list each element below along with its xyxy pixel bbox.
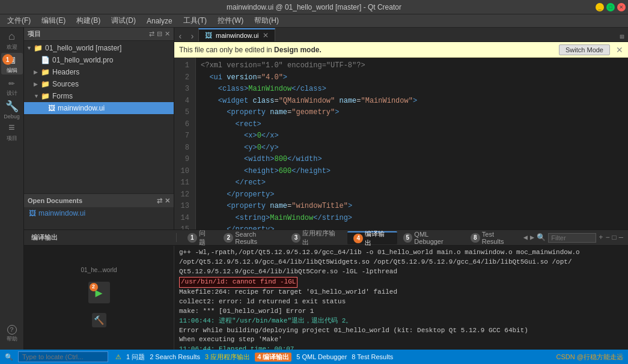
open-doc-icon: 🖼 [29,209,36,217]
open-docs-tree: 🖼 mainwindow.ui [24,207,174,229]
output-line-7: make: *** [01_hello_world] Error 1 [179,307,623,317]
code-line-3: <class>MainWindow</class> [201,83,623,96]
menu-edit[interactable]: 编辑(E) [37,14,70,27]
output-add-icon[interactable]: + [599,234,603,242]
tab-nav-right[interactable]: › [186,32,198,41]
sidebar-item-edit[interactable]: 1 ▣ 编辑 [1,53,23,74]
code-line-7: <x>0</x> [201,130,623,142]
output-line-8: 11:06:44: 进程"/usr/bin/make"退出，退出代码 2。 [179,317,623,326]
open-doc-mainwindow[interactable]: 🖼 mainwindow.ui [24,207,174,219]
output-remove-icon[interactable]: − [605,234,609,242]
menu-debug[interactable]: 调试(D) [106,14,141,27]
menu-controls[interactable]: 控件(W) [213,14,248,27]
code-editor[interactable]: 12345 678910 1112131415 <?xml version="1… [174,58,628,229]
switch-mode-button[interactable]: Switch Mode [559,44,610,55]
menu-file[interactable]: 文件(F) [2,14,35,27]
info-bar-bold: Design mode. [274,46,322,54]
panel-sync-icon[interactable]: ⇄ [149,30,154,38]
output-prev-icon[interactable]: ◀ [523,233,528,242]
panel-close-icon[interactable]: ✕ [165,30,170,38]
sidebar-item-debug[interactable]: 🔧 Debug [1,99,23,120]
tab-close-button[interactable]: ✕ [263,31,269,40]
line-numbers: 12345 678910 1112131415 [174,58,196,229]
menu-help[interactable]: 帮助(H) [249,14,284,27]
maximize-button[interactable]: □ [606,3,615,11]
bottom-tab-tests[interactable]: 8 Test Results [465,231,523,244]
bottom-tab-compile[interactable]: 4 编译输出 [347,231,397,244]
bottom-tab-app-output[interactable]: 3 应用程序输出 [285,231,348,244]
sidebar-item-help[interactable]: ? 帮助 [1,323,23,345]
menu-build[interactable]: 构建(B) [72,14,105,27]
tree-label-2: Headers [52,68,79,76]
run-button[interactable]: ▶ 2 [88,282,110,303]
tree-item-headers[interactable]: ▶ 📁 Headers [24,66,174,78]
info-bar: This file can only be edited in Design m… [174,42,628,58]
editor-tab-mainwindow[interactable]: 🖼 mainwindow.ui ✕ [198,28,275,41]
tab-nav-left[interactable]: ‹ [174,32,186,41]
filter-input[interactable] [548,233,596,243]
output-line-5: Makefile:264: recipe for target '01_hell… [179,288,623,297]
output-search-icon[interactable]: 🔍 [537,233,546,242]
tree-arrow-3: ▶ [34,81,41,87]
project-panel-icons: ⇄ ⊟ ✕ [149,30,170,38]
edit-badge: 1 [2,54,13,65]
tree-arrow-4: ▼ [34,93,41,99]
code-content[interactable]: <?xml version="1.0" encoding="UTF-8"?> <… [196,58,628,229]
tree-item-mainwindow-ui[interactable]: 🖼 mainwindow.ui [24,102,174,114]
menu-analyze[interactable]: Analyze [142,16,177,26]
tree-label-4: Forms [52,92,73,100]
titlebar: mainwindow.ui @ 01_hello_world [master] … [0,0,628,14]
info-bar-right: Switch Mode ✕ [559,44,623,55]
projects-icon: ≡ [8,122,15,134]
titlebar-buttons: _ □ ✕ [596,3,626,11]
tree-item-forms[interactable]: ▼ 📁 Forms [24,90,174,102]
output-next-icon[interactable]: ▶ [530,233,534,242]
sidebar-item-design[interactable]: ✏ 设计 [1,76,23,97]
home-icon: ⌂ [8,31,15,43]
folder-icon-4: 📁 [41,92,50,100]
status-compile-badge: 4 编译输出 [255,353,291,362]
tree-item-pro[interactable]: 📄 01_hello_world.pro [24,54,174,66]
tab-compile-label: 编译输出 [365,229,391,247]
bottom-left-label: 编译输出 [26,233,177,242]
build-buttons: 🔨 [91,312,108,329]
titlebar-title: mainwindow.ui @ 01_hello_world [master] … [227,3,401,11]
output-minimize-icon[interactable]: — [619,234,623,242]
tab-label: mainwindow.ui [216,32,259,39]
tab-app-label: 应用程序输出 [302,229,341,247]
csdn-watermark: CSDN @行稳方能走远 [556,353,623,362]
menubar: 文件(F) 编辑(E) 构建(B) 调试(D) Analyze 工具(T) 控件… [0,14,628,28]
file-icon-1: 📄 [41,56,50,64]
projects-label: 项目 [7,135,17,142]
close-button[interactable]: ✕ [617,3,626,11]
locate-input[interactable] [18,351,108,362]
output-expand-icon[interactable]: □ [612,234,617,242]
menu-tools[interactable]: 工具(T) [178,14,212,27]
output-line-9: Error while building/deploying project 0… [179,326,623,336]
tab-menu-button[interactable]: ⊞ [616,32,628,41]
code-line-9: <width>800</width> [201,154,623,166]
bottom-tab-search[interactable]: 2 Search Results [218,231,285,244]
left-panel: 项目 ⇄ ⊟ ✕ ▼ 📁 01_hello_world [master] [24,28,174,229]
content-area: 项目 ⇄ ⊟ ✕ ▼ 📁 01_hello_world [master] [24,28,628,350]
info-bar-close-button[interactable]: ✕ [616,45,623,55]
run-badge: 2 [90,283,98,291]
status-numbered-3: 3 应用程序输出 [205,353,250,362]
bottom-left-panel: 01_he...world ▶ 2 🔨 [24,246,174,350]
output-line-4: /usr/bin/ld: cannot find -lGL [179,277,623,288]
panel-filter-icon[interactable]: ⊟ [157,30,162,38]
minimize-button[interactable]: _ [596,3,604,11]
open-docs-sync-icon[interactable]: ⇄ [157,197,162,205]
bottom-tab-qml[interactable]: 5 QML Debugger [397,231,465,244]
bottom-tab-problems[interactable]: 1 问题 [181,231,218,244]
code-line-1: <?xml version="1.0" encoding="UTF-8"?> [201,60,623,72]
tree-item-sources[interactable]: ▶ 📁 Sources [24,78,174,90]
sidebar-item-welcome[interactable]: ⌂ 欢迎 [1,30,23,52]
compile-output-title: 编译输出 [31,233,58,242]
build-button[interactable]: 🔨 [92,313,106,327]
code-line-6: <rect> [201,119,623,131]
open-docs-close-icon[interactable]: ✕ [165,197,170,205]
folder-icon-0: 📁 [34,44,43,52]
tree-item-project[interactable]: ▼ 📁 01_hello_world [master] [24,42,174,54]
sidebar-item-projects[interactable]: ≡ 项目 [1,121,23,143]
